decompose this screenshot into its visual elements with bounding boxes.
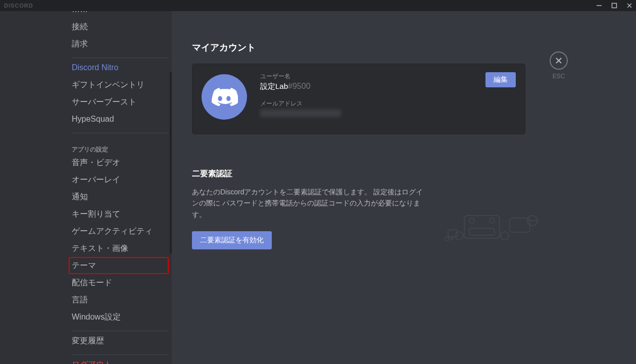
sidebar-separator (72, 331, 169, 331)
sidebar-item-cutoff[interactable]: …… (72, 11, 169, 18)
sidebar-item-billing[interactable]: 請求 (72, 35, 169, 53)
window-minimize-icon[interactable] (596, 2, 603, 9)
sidebar-item-windows[interactable]: Windows設定 (72, 308, 169, 326)
twofa-description: あなたのDiscordアカウントを二要素認証で保護します。 設定後はログインの際… (192, 186, 429, 220)
sidebar-separator (72, 58, 169, 58)
settings-sidebar: …… 接続 請求 Discord Nitro ギフトインベントリ サーバーブース… (0, 11, 172, 364)
avatar[interactable] (202, 74, 247, 120)
sidebar-item-keybinds[interactable]: キー割り当て (72, 205, 169, 223)
svg-rect-12 (510, 218, 530, 232)
discord-logo-icon (211, 87, 238, 107)
settings-content: マイアカウント ユーザー名 設定Lab#9500 メールアドレス 編 (172, 11, 636, 364)
discord-brand: DISCORD (4, 3, 33, 9)
window-titlebar: DISCORD (0, 0, 636, 11)
sidebar-item-streamer[interactable]: 配信モード (72, 274, 169, 291)
username-value: 設定Lab (260, 82, 288, 90)
sidebar-item-logout[interactable]: ログアウト (72, 356, 169, 364)
account-card: ユーザー名 設定Lab#9500 メールアドレス 編集 (192, 64, 525, 134)
sidebar-item-notifications[interactable]: 通知 (72, 188, 169, 205)
window-close-icon[interactable] (626, 2, 633, 9)
svg-rect-1 (612, 4, 617, 8)
sidebar-item-gift[interactable]: ギフトインベントリ (72, 76, 169, 93)
email-value-redacted (260, 109, 341, 117)
sidebar-item-overlay[interactable]: オーバーレイ (72, 171, 169, 188)
svg-point-7 (469, 218, 474, 223)
svg-point-10 (455, 232, 463, 240)
sidebar-item-theme[interactable]: テーマ (69, 257, 169, 274)
sidebar-item-voice[interactable]: 音声・ビデオ (72, 154, 169, 171)
svg-point-17 (451, 238, 453, 240)
sidebar-item-connections[interactable]: 接続 (72, 18, 169, 35)
twofa-title: 二要素認証 (192, 169, 616, 179)
enable-2fa-button[interactable]: 二要素認証を有効化 (192, 231, 272, 249)
svg-point-11 (501, 232, 509, 240)
close-icon (555, 57, 563, 65)
svg-point-16 (445, 237, 449, 241)
edit-button[interactable]: 編集 (485, 72, 516, 87)
email-label: メールアドレス (260, 99, 472, 108)
sidebar-item-text-images[interactable]: テキスト・画像 (72, 240, 169, 257)
svg-rect-9 (469, 228, 495, 235)
sidebar-separator (72, 133, 169, 133)
sidebar-item-game-activity[interactable]: ゲームアクティビティ (72, 223, 169, 240)
sidebar-separator (72, 354, 169, 355)
svg-point-8 (490, 218, 495, 223)
sidebar-header-app: アプリの設定 (72, 140, 169, 154)
sidebar-item-hypesquad[interactable]: HypeSquad (72, 111, 169, 128)
discriminator: #9500 (288, 82, 311, 90)
close-settings-button[interactable] (550, 51, 568, 70)
window-maximize-icon[interactable] (611, 2, 618, 9)
wumpus-illustration (444, 205, 545, 248)
sidebar-item-language[interactable]: 言語 (72, 291, 169, 308)
svg-point-4 (218, 96, 222, 101)
sidebar-item-changelog[interactable]: 変更履歴 (72, 332, 169, 349)
username-label: ユーザー名 (260, 72, 472, 81)
sidebar-item-boost[interactable]: サーバーブースト (72, 93, 169, 111)
sidebar-item-nitro[interactable]: Discord Nitro (72, 59, 169, 76)
esc-label: ESC (553, 73, 565, 80)
svg-point-5 (226, 96, 230, 101)
